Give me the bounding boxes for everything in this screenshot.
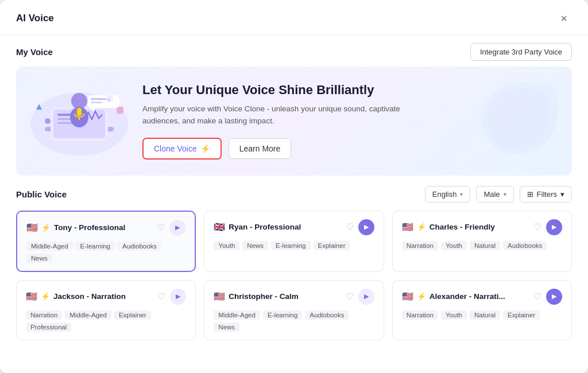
voice-name-row: 🇬🇧 Ryan - Professional (214, 222, 301, 232)
clone-voice-label: Clone Voice (154, 144, 197, 153)
lightning-icon: ⚡ (200, 144, 210, 153)
voice-tag: E-learning (76, 242, 115, 251)
play-button[interactable]: ▶ (169, 220, 185, 236)
voice-card-header: 🇬🇧 Ryan - Professional ♡ ▶ (214, 219, 374, 235)
voice-card-actions: ♡ ▶ (533, 289, 562, 305)
public-voice-header: Public Voice English ▾ Male ▾ ⊞ Filters … (16, 186, 572, 203)
gender-filter[interactable]: Male ▾ (476, 186, 513, 203)
my-voice-section-header: My Voice Integrate 3rd Party Voice (0, 35, 588, 67)
voice-tag: Audiobooks (305, 310, 349, 320)
voice-tag: Narration (402, 310, 438, 320)
voice-tag: Professional (26, 323, 71, 332)
voice-tag: News (242, 241, 268, 250)
filters-button[interactable]: ⊞ Filters ▾ (520, 186, 572, 203)
banner-illustration: ♪ (28, 84, 134, 158)
voice-tag: Natural (470, 241, 500, 250)
lightning-icon: ⚡ (41, 292, 50, 301)
voice-tag: Youth (441, 241, 467, 250)
clone-voice-button[interactable]: Clone Voice ⚡ (142, 138, 222, 160)
voice-name: Alexander - Narrati... (430, 292, 505, 301)
play-button[interactable]: ▶ (546, 289, 562, 305)
svg-point-13 (45, 118, 51, 124)
voice-cards-grid: 🇺🇸 ⚡ Tony - Professional ♡ ▶ Middle-Aged… (16, 211, 572, 340)
favorite-button[interactable]: ♡ (533, 291, 541, 302)
flag-icon: 🇺🇸 (402, 222, 413, 232)
filter-icon: ⊞ (527, 190, 533, 199)
flag-icon: 🇺🇸 (26, 291, 37, 302)
close-button[interactable]: × (556, 10, 572, 26)
svg-text:♪: ♪ (107, 97, 110, 102)
public-voice-section: Public Voice English ▾ Male ▾ ⊞ Filters … (0, 186, 588, 340)
modal-header: AI Voice × (0, 0, 588, 35)
voice-tag: Audiobooks (118, 242, 161, 251)
filters-chevron-icon: ▾ (560, 190, 564, 199)
language-filter[interactable]: English ▾ (425, 186, 471, 203)
learn-more-button[interactable]: Learn More (229, 138, 292, 159)
voice-tag: Narration (26, 310, 62, 320)
favorite-button[interactable]: ♡ (346, 291, 354, 302)
play-button[interactable]: ▶ (358, 289, 374, 305)
public-voice-label: Public Voice (16, 189, 67, 199)
voice-tag: Natural (470, 310, 500, 320)
voice-name-row: 🇺🇸 ⚡ Jackson - Narration (26, 291, 126, 302)
flag-icon: 🇬🇧 (214, 222, 225, 232)
play-button[interactable]: ▶ (170, 289, 186, 305)
voice-card-header: 🇺🇸 ⚡ Charles - Friendly ♡ ▶ (402, 219, 562, 235)
favorite-button[interactable]: ♡ (533, 222, 541, 232)
voice-card-actions: ♡ ▶ (346, 289, 374, 305)
language-value: English (432, 190, 457, 199)
voice-card-header: 🇺🇸 ⚡ Alexander - Narrati... ♡ ▶ (402, 289, 562, 305)
svg-rect-12 (117, 107, 123, 114)
voice-tag: Middle-Aged (65, 310, 111, 320)
gender-chevron-icon: ▾ (504, 191, 506, 197)
ai-voice-modal: AI Voice × My Voice Integrate 3rd Party … (0, 0, 588, 373)
voice-tag: Youth (214, 241, 239, 250)
voice-tag: Explainer (314, 241, 350, 250)
voice-name-row: 🇺🇸 ⚡ Charles - Friendly (402, 222, 495, 232)
flag-icon: 🇺🇸 (402, 291, 413, 302)
voice-tag: Narration (402, 241, 438, 250)
voice-tag: Youth (441, 310, 467, 320)
favorite-button[interactable]: ♡ (157, 291, 165, 302)
voice-card-header: 🇺🇸 Christopher - Calm ♡ ▶ (214, 289, 374, 305)
voice-name-row: 🇺🇸 Christopher - Calm (214, 291, 299, 302)
svg-rect-16 (91, 98, 108, 100)
svg-rect-9 (77, 108, 82, 116)
modal-title: AI Voice (16, 13, 54, 24)
voice-card-charles[interactable]: 🇺🇸 ⚡ Charles - Friendly ♡ ▶ NarrationYou… (392, 211, 572, 272)
integrate-button[interactable]: Integrate 3rd Party Voice (470, 43, 572, 61)
voice-card-alexander[interactable]: 🇺🇸 ⚡ Alexander - Narrati... ♡ ▶ Narratio… (392, 280, 572, 340)
voice-card-jackson[interactable]: 🇺🇸 ⚡ Jackson - Narration ♡ ▶ NarrationMi… (16, 280, 196, 340)
voice-tag: E-learning (271, 241, 310, 250)
voice-tags: NarrationMiddle-AgedExplainerProfessiona… (26, 310, 186, 332)
voice-card-ryan[interactable]: 🇬🇧 Ryan - Professional ♡ ▶ YouthNewsE-le… (204, 211, 384, 272)
voice-card-tony[interactable]: 🇺🇸 ⚡ Tony - Professional ♡ ▶ Middle-Aged… (16, 211, 196, 272)
play-button[interactable]: ▶ (546, 219, 562, 235)
svg-rect-17 (91, 102, 102, 103)
language-chevron-icon: ▾ (460, 191, 463, 197)
voice-name: Charles - Friendly (430, 223, 495, 231)
gender-value: Male (483, 190, 500, 199)
banner-title: Let Your Unique Voice Shine Brilliantly (142, 83, 554, 98)
voice-name: Jackson - Narration (53, 292, 126, 301)
flag-icon: 🇺🇸 (214, 291, 225, 302)
voice-tags: NarrationYouthNaturalExplainer (402, 310, 562, 320)
my-voice-label: My Voice (16, 47, 53, 57)
filter-group: English ▾ Male ▾ ⊞ Filters ▾ (425, 186, 572, 203)
favorite-button[interactable]: ♡ (157, 222, 165, 233)
voice-tag: Audiobooks (503, 241, 547, 250)
voice-card-actions: ♡ ▶ (157, 289, 186, 305)
voice-tag: Middle-Aged (214, 310, 260, 320)
voice-name: Ryan - Professional (229, 223, 301, 231)
flag-icon: 🇺🇸 (26, 222, 38, 233)
voice-card-christopher[interactable]: 🇺🇸 Christopher - Calm ♡ ▶ Middle-AgedE-l… (204, 280, 384, 340)
voice-name: Tony - Professional (54, 223, 125, 232)
lightning-icon: ⚡ (417, 223, 426, 231)
favorite-button[interactable]: ♡ (346, 222, 354, 232)
voice-tags: Middle-AgedE-learningAudiobooksNews (26, 242, 185, 263)
voice-card-header: 🇺🇸 ⚡ Jackson - Narration ♡ ▶ (26, 289, 186, 305)
voice-tag: Explainer (114, 310, 151, 320)
play-button[interactable]: ▶ (358, 219, 374, 235)
voice-clone-banner: ♪ Let Your Unique Voice Shine Brilliantl… (16, 67, 572, 176)
lightning-icon: ⚡ (417, 292, 426, 301)
